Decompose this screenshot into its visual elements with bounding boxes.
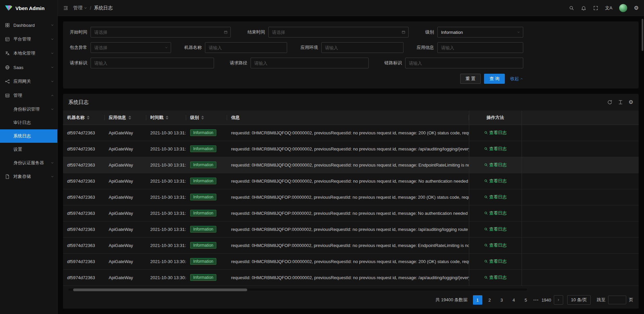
view-log-link[interactable]: 查看日志 xyxy=(484,130,507,136)
pagination-ellipsis[interactable]: ••• xyxy=(533,298,539,303)
cell-app: ApiGateWay xyxy=(105,205,146,221)
sidebar-item-system-logs[interactable]: 系统日志 xyxy=(0,129,57,143)
row-height-icon[interactable] xyxy=(618,100,623,105)
app-info-input[interactable] xyxy=(438,45,523,50)
view-log-link[interactable]: 查看日志 xyxy=(484,258,507,264)
cell-message: requestId: 0HMCRBM8JQFOQ:00000002, previ… xyxy=(227,157,469,173)
field-label: 开始时间 xyxy=(70,29,87,35)
sidebar-item-localization[interactable]: 本地化管理 xyxy=(0,46,57,60)
include-exception-select[interactable] xyxy=(91,45,171,50)
sidebar-item-object-storage[interactable]: 对象存储 xyxy=(0,170,57,184)
chevron-up-icon xyxy=(520,77,523,80)
level-tag: Information xyxy=(190,258,216,265)
top-header: 管理 / 系统日志 文A ⚙ xyxy=(58,0,644,16)
language-icon[interactable]: 文A xyxy=(605,5,612,11)
sidebar-item-label: 本地化管理 xyxy=(13,50,47,56)
collapse-toggle[interactable]: 收起 xyxy=(510,76,523,82)
sidebar-item-management[interactable]: 管理 xyxy=(0,88,57,103)
column-settings-icon[interactable]: ⚙ xyxy=(629,100,633,105)
sidebar-collapse-icon[interactable] xyxy=(63,5,68,11)
magnifier-icon xyxy=(484,179,488,183)
saas-icon xyxy=(5,65,10,70)
collapse-label: 收起 xyxy=(510,76,519,82)
sidebar-item-audit-logs[interactable]: 审计日志 xyxy=(0,116,57,129)
page-size-select[interactable]: 10 条/页 xyxy=(567,295,591,305)
avatar[interactable] xyxy=(619,4,627,12)
app-root: Vben Admin Dashboard 平台管理 xyxy=(0,0,644,314)
sort-icons xyxy=(128,116,131,120)
sidebar-item-identity-management[interactable]: 身份标识管理 xyxy=(0,103,57,116)
page-scrollbar-thumb[interactable] xyxy=(642,19,643,51)
level-tag: Information xyxy=(190,129,216,136)
column-header-timestamp[interactable]: 时间戳 xyxy=(146,111,186,125)
search-icon[interactable] xyxy=(569,5,574,11)
cell-machine: df5974d72363 xyxy=(63,157,105,173)
cell-level: Information xyxy=(186,125,227,141)
sidebar-item-settings[interactable]: 设置 xyxy=(0,143,57,156)
request-path-input[interactable] xyxy=(251,61,368,66)
view-log-link[interactable]: 查看日志 xyxy=(484,146,507,152)
cell-timestamp: 2021-10-30 13:31:36 xyxy=(146,237,186,253)
table-row: df5974d72363 ApiGateWay 2021-10-30 13:31… xyxy=(63,141,639,157)
filter-field-level: 级别 xyxy=(425,27,523,38)
page-3[interactable]: 3 xyxy=(497,295,506,305)
table-filler-cell xyxy=(522,157,639,173)
column-header-machine[interactable]: 机器名称 xyxy=(63,111,105,125)
cell-actions: 查看日志 xyxy=(469,157,522,173)
table-row: df5974d72363 ApiGateWay 2021-10-30 13:30… xyxy=(63,269,639,286)
jump-page-input[interactable] xyxy=(608,296,626,304)
next-page-button[interactable] xyxy=(554,295,563,305)
column-header-level[interactable]: 级别 xyxy=(186,111,227,125)
level-select[interactable] xyxy=(438,30,523,35)
gear-icon[interactable]: ⚙ xyxy=(634,5,639,11)
notification-bell-icon[interactable] xyxy=(581,5,586,11)
table-filler-cell xyxy=(522,189,639,205)
trace-id-input[interactable] xyxy=(406,61,523,66)
view-log-link[interactable]: 查看日志 xyxy=(484,194,507,200)
horizontal-scrollbar[interactable] xyxy=(68,289,527,291)
search-button[interactable]: 查 询 xyxy=(484,74,505,84)
sidebar-item-saas[interactable]: Saas xyxy=(0,60,57,74)
request-id-input[interactable] xyxy=(91,61,214,66)
reset-button[interactable]: 重 置 xyxy=(460,74,481,84)
cell-app: ApiGateWay xyxy=(105,237,146,253)
breadcrumb-management[interactable]: 管理 xyxy=(73,5,87,11)
page-1940[interactable]: 1940 xyxy=(541,295,551,305)
sidebar-item-dashboard[interactable]: Dashboard xyxy=(0,18,57,32)
sidebar-item-label: 对象存储 xyxy=(13,174,47,180)
magnifier-icon xyxy=(484,163,488,167)
start-time-input[interactable] xyxy=(91,30,230,35)
cell-machine: df5974d72363 xyxy=(63,205,105,221)
sidebar-item-identity-server[interactable]: 身份认证服务器 xyxy=(0,156,57,170)
view-log-link[interactable]: 查看日志 xyxy=(484,178,507,184)
table-filler-cell xyxy=(522,269,639,286)
breadcrumb-label: 管理 xyxy=(73,5,83,11)
page-5[interactable]: 5 xyxy=(521,295,531,305)
fullscreen-icon[interactable] xyxy=(593,5,598,11)
app-env-input[interactable] xyxy=(322,45,403,50)
view-log-link[interactable]: 查看日志 xyxy=(484,162,507,168)
view-log-link[interactable]: 查看日志 xyxy=(484,274,507,280)
field-label: 请求路径 xyxy=(230,60,247,66)
cell-machine: df5974d72363 xyxy=(63,253,105,269)
filter-field-request-id: 请求标识 xyxy=(70,58,214,68)
view-log-link[interactable]: 查看日志 xyxy=(484,226,507,232)
end-time-input[interactable] xyxy=(269,30,408,35)
chevron-down-icon xyxy=(51,161,54,165)
horizontal-scrollbar-thumb[interactable] xyxy=(73,289,247,291)
page-2[interactable]: 2 xyxy=(485,295,494,305)
logo[interactable]: Vben Admin xyxy=(0,0,57,16)
column-header-app[interactable]: 应用信息 xyxy=(105,111,146,125)
refresh-icon[interactable] xyxy=(607,100,612,105)
view-log-link[interactable]: 查看日志 xyxy=(484,210,507,216)
sidebar-item-platform[interactable]: 平台管理 xyxy=(0,32,57,46)
view-log-link[interactable]: 查看日志 xyxy=(484,242,507,248)
sidebar-item-gateway[interactable]: 应用网关 xyxy=(0,74,57,88)
cell-actions: 查看日志 xyxy=(469,237,522,253)
chevron-down-icon xyxy=(51,52,54,55)
page-4[interactable]: 4 xyxy=(509,295,519,305)
cell-message: requestId: 0HMCRBM8JQFOP:00000002, previ… xyxy=(227,221,469,237)
machine-name-input[interactable] xyxy=(205,45,287,50)
magnifier-icon xyxy=(484,227,488,231)
page-1[interactable]: 1 xyxy=(473,295,482,305)
